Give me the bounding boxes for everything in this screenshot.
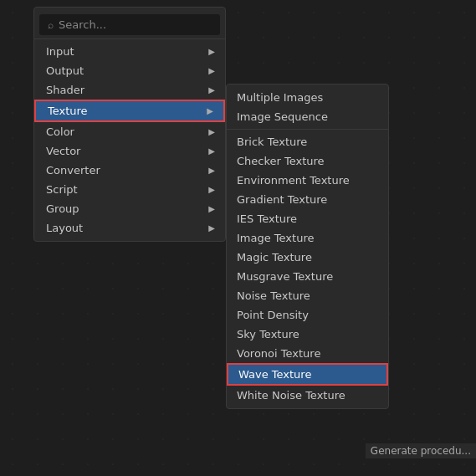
menu-item-converter[interactable]: Converter ▶ — [34, 161, 225, 180]
arrow-icon: ▶ — [208, 204, 215, 213]
arrow-icon: ▶ — [208, 127, 215, 136]
arrow-icon: ▶ — [208, 166, 215, 175]
submenu-divider — [227, 129, 388, 130]
arrow-icon: ▶ — [207, 106, 213, 115]
texture-submenu: Multiple Images Image Sequence Brick Tex… — [226, 84, 389, 409]
submenu-label: Environment Texture — [237, 174, 350, 187]
submenu-item-image[interactable]: Image Texture — [227, 228, 388, 248]
submenu-label: Brick Texture — [237, 136, 307, 148]
tooltip-text: Generate procedu... — [366, 443, 476, 458]
submenu-item-gradient[interactable]: Gradient Texture — [227, 190, 388, 209]
menu-item-vector[interactable]: Vector ▶ — [34, 141, 225, 161]
submenu-label: Multiple Images — [237, 91, 323, 104]
menu-item-texture-label: Texture — [48, 105, 88, 117]
submenu-item-point-density[interactable]: Point Density — [227, 305, 388, 325]
menu-item-color[interactable]: Color ▶ — [34, 122, 225, 141]
submenu-item-checker[interactable]: Checker Texture — [227, 151, 388, 171]
menu-item-group-label: Group — [46, 202, 79, 215]
submenu-label: Voronoi Texture — [237, 347, 320, 360]
submenu-label: Point Density — [237, 309, 309, 321]
menu-divider-top — [34, 38, 225, 39]
menu-item-vector-label: Vector — [46, 145, 80, 157]
submenu-item-voronoi[interactable]: Voronoi Texture — [227, 344, 388, 363]
menu-item-shader-label: Shader — [46, 84, 84, 96]
submenu-item-brick[interactable]: Brick Texture — [227, 132, 388, 151]
submenu-label: Sky Texture — [237, 328, 299, 340]
submenu-label: Musgrave Texture — [237, 270, 333, 283]
submenu-label: White Noise Texture — [237, 389, 345, 402]
submenu-item-multiple-images[interactable]: Multiple Images — [227, 88, 388, 107]
arrow-icon: ▶ — [208, 47, 215, 56]
search-box[interactable]: ⌕ Search... — [39, 14, 220, 35]
menu-item-group[interactable]: Group ▶ — [34, 199, 225, 218]
arrow-icon: ▶ — [208, 85, 215, 95]
submenu-item-sky[interactable]: Sky Texture — [227, 325, 388, 344]
submenu-item-magic[interactable]: Magic Texture — [227, 248, 388, 267]
submenu-item-ies[interactable]: IES Texture — [227, 209, 388, 228]
menu-item-input[interactable]: Input ▶ — [34, 42, 225, 61]
menu-item-input-label: Input — [46, 45, 74, 58]
submenu-item-wave[interactable]: Wave Texture — [227, 363, 388, 386]
arrow-icon: ▶ — [208, 185, 215, 194]
menu-item-color-label: Color — [46, 125, 74, 138]
submenu-label: Noise Texture — [237, 289, 310, 302]
menu-item-script[interactable]: Script ▶ — [34, 180, 225, 199]
menu-item-texture[interactable]: Texture ▶ — [34, 100, 225, 122]
menu-item-output[interactable]: Output ▶ — [34, 61, 225, 80]
menu-item-layout-label: Layout — [46, 222, 83, 234]
arrow-icon: ▶ — [208, 66, 215, 75]
submenu-item-musgrave[interactable]: Musgrave Texture — [227, 267, 388, 286]
arrow-icon: ▶ — [208, 223, 215, 233]
search-icon: ⌕ — [48, 19, 54, 31]
submenu-label: Gradient Texture — [237, 193, 327, 206]
submenu-item-noise[interactable]: Noise Texture — [227, 286, 388, 305]
menu-item-layout[interactable]: Layout ▶ — [34, 218, 225, 238]
search-input[interactable]: Search... — [59, 18, 106, 31]
submenu-label: IES Texture — [237, 212, 297, 225]
menu-item-output-label: Output — [46, 64, 84, 77]
submenu-label: Checker Texture — [237, 155, 325, 167]
submenu-item-environment[interactable]: Environment Texture — [227, 171, 388, 190]
main-menu: ⌕ Search... Input ▶ Output ▶ Shader ▶ Te… — [33, 7, 226, 242]
submenu-label: Magic Texture — [237, 251, 312, 264]
menu-item-script-label: Script — [46, 183, 78, 196]
submenu-label: Wave Texture — [238, 368, 311, 381]
menu-item-converter-label: Converter — [46, 164, 100, 177]
menu-item-shader[interactable]: Shader ▶ — [34, 80, 225, 100]
submenu-item-image-sequence[interactable]: Image Sequence — [227, 107, 388, 126]
arrow-icon: ▶ — [208, 146, 215, 156]
submenu-label: Image Sequence — [237, 110, 328, 123]
submenu-item-white-noise[interactable]: White Noise Texture — [227, 386, 388, 405]
submenu-label: Image Texture — [237, 232, 314, 244]
